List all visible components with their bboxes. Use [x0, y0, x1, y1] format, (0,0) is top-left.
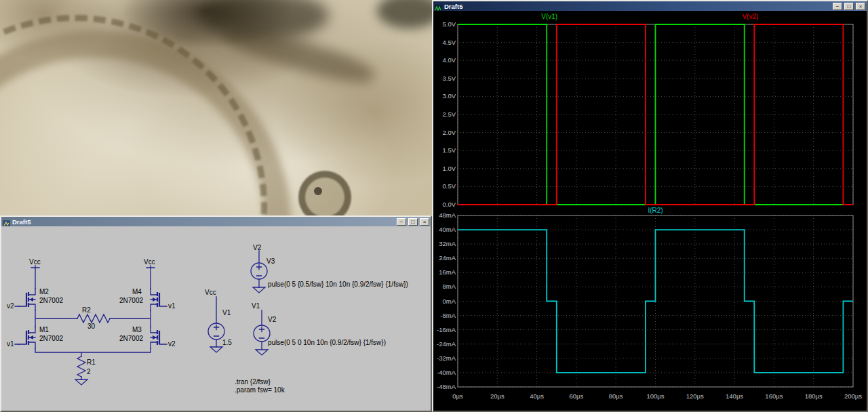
- x-tick-label: 160µs: [765, 392, 783, 400]
- y-tick-label: 1.0V: [442, 165, 456, 172]
- resistor-r1-name: R1: [87, 358, 96, 366]
- y-tick-label: -16mA: [437, 326, 456, 333]
- y-tick-label: 2.0V: [442, 129, 456, 136]
- y-tick-label: -32mA: [437, 354, 456, 362]
- schematic-window: Draft5 − □ ×: [0, 215, 432, 412]
- mosfet-m4-name: M4: [132, 288, 142, 295]
- source-v1-value: 1.5: [222, 339, 232, 346]
- y-tick-label: 3.0V: [442, 92, 456, 100]
- schematic-window-title: Draft5: [12, 218, 395, 226]
- trace-V(v1): [458, 24, 853, 205]
- net-label-vcc: Vcc: [29, 258, 41, 266]
- y-tick-label: 40mA: [439, 226, 456, 233]
- trace-label-V(v2): V(v2): [742, 13, 758, 20]
- resistor-r2-name: R2: [82, 306, 91, 314]
- wire-layer: [15, 251, 268, 385]
- waveform-plot[interactable]: 5.0V4.5V4.0V3.5V3.0V2.5V2.0V1.5V1.0V0.5V…: [433, 11, 867, 411]
- y-tick-label: 5.0V: [442, 20, 456, 28]
- net-label-v2: v2: [168, 340, 176, 348]
- x-tick-label: 100µs: [646, 392, 664, 400]
- mosfet-m3-symbol[interactable]: [151, 327, 167, 348]
- y-tick-label: -8mA: [440, 312, 456, 319]
- mosfet-m3-name: M3: [132, 326, 142, 333]
- y-tick-label: 0.0V: [442, 201, 456, 208]
- net-label-v2: v2: [7, 302, 14, 310]
- source-v2-node: V1: [252, 302, 260, 310]
- minimize-icon[interactable]: −: [397, 218, 406, 226]
- source-v1-name: V1: [222, 309, 231, 316]
- ground-icon: [210, 347, 222, 352]
- spice-directive-tran: .tran {2/fsw}: [235, 378, 271, 386]
- maximize-icon[interactable]: □: [408, 218, 418, 226]
- x-tick-label: 60µs: [570, 392, 584, 400]
- y-tick-label: -40mA: [437, 369, 456, 376]
- ground-icon: [253, 287, 265, 293]
- y-tick-label: 4.0V: [442, 56, 456, 64]
- y-tick-label: 48mA: [439, 211, 456, 219]
- y-tick-label: 1.5V: [442, 146, 456, 154]
- mosfet-m1-model: 2N7002: [39, 335, 63, 342]
- x-tick-label: 120µs: [686, 392, 704, 400]
- close-icon[interactable]: ×: [420, 218, 429, 226]
- desktop: Draft5 − □ ×: [0, 0, 868, 412]
- waveform-window-title: Draft5: [444, 2, 831, 11]
- y-tick-label: 0.5V: [442, 182, 456, 190]
- resistor-r2-symbol: [77, 314, 110, 323]
- y-tick-label: 0mA: [442, 297, 456, 305]
- x-tick-label: 80µs: [609, 392, 623, 400]
- close-icon[interactable]: ×: [856, 3, 865, 10]
- waveform-canvas[interactable]: 5.0V4.5V4.0V3.5V3.0V2.5V2.0V1.5V1.0V0.5V…: [433, 11, 867, 411]
- y-tick-label: 24mA: [439, 254, 456, 262]
- schematic-titlebar[interactable]: Draft5 − □ ×: [1, 217, 431, 226]
- mosfet-m1-name: M1: [39, 326, 49, 333]
- resistor-r2-value: 30: [87, 323, 96, 330]
- x-tick-label: 180µs: [805, 392, 823, 400]
- ground-icon: [256, 350, 268, 355]
- source-v2-name: V2: [268, 316, 277, 323]
- photo-knob: [298, 171, 351, 215]
- source-v3-symbol[interactable]: [251, 263, 267, 279]
- net-label-vcc: Vcc: [144, 258, 155, 266]
- source-v1-node: Vcc: [205, 289, 216, 296]
- schematic-canvas[interactable]: Vcc Vcc M2 2N7002 M4 2N7002 v2 v1 R2 30 …: [1, 226, 431, 411]
- spice-directive-param: .param fsw= 10k: [235, 386, 285, 394]
- y-tick-label: 3.5V: [442, 75, 456, 82]
- mosfet-m2-model: 2N7002: [39, 297, 63, 304]
- mosfet-m4-symbol[interactable]: [151, 289, 167, 310]
- resistor-r1-symbol: [77, 356, 85, 377]
- y-tick-label: 8mA: [442, 283, 456, 290]
- minimize-icon[interactable]: −: [833, 3, 842, 10]
- source-v3-name: V3: [267, 258, 275, 265]
- mosfet-m1-symbol[interactable]: [19, 327, 35, 348]
- photo: [0, 0, 432, 215]
- x-tick-label: 20µs: [490, 392, 505, 400]
- x-tick-label: 140µs: [726, 392, 743, 400]
- source-v3-value: pulse(0 5 {0.5/fsw} 10n 10n {0.9/2/fsw} …: [268, 281, 408, 288]
- source-v2-value: pulse(0 5 0 10n 10n {0.9/2/fsw} {1/fsw}): [268, 339, 386, 346]
- y-tick-label: -24mA: [437, 340, 456, 348]
- ground-icon: [75, 379, 87, 385]
- waveform-app-icon: [435, 3, 442, 10]
- waveform-window: Draft5 − □ × 5.0V4.5V4.0V3.5V3.0V2.5V2.0…: [432, 0, 868, 412]
- y-tick-label: 2.5V: [442, 110, 456, 118]
- source-v1-symbol[interactable]: [208, 323, 224, 339]
- net-label-v1: v1: [168, 302, 176, 310]
- y-tick-label: 16mA: [439, 268, 456, 276]
- resistor-r1-value: 2: [87, 368, 91, 375]
- trace-label-I(R2): I(R2): [648, 207, 663, 214]
- trace-label-V(v1): V(v1): [541, 13, 557, 20]
- net-label-v1: v1: [7, 340, 14, 348]
- mosfet-m2-symbol[interactable]: [19, 289, 35, 310]
- schematic-app-icon: [3, 218, 10, 226]
- photo-knob-center: [314, 187, 322, 195]
- y-tick-label: -48mA: [437, 383, 456, 390]
- waveform-titlebar[interactable]: Draft5 − □ ×: [433, 1, 867, 11]
- mosfet-m4-model: 2N7002: [119, 297, 143, 304]
- x-tick-label: 40µs: [530, 392, 544, 400]
- y-tick-label: 32mA: [439, 240, 456, 247]
- mosfet-m3-model: 2N7002: [119, 335, 143, 342]
- y-tick-label: 4.5V: [442, 39, 456, 46]
- maximize-icon[interactable]: □: [844, 3, 854, 10]
- x-tick-label: 0µs: [452, 392, 463, 400]
- photo-corner-shadow: [377, 0, 432, 28]
